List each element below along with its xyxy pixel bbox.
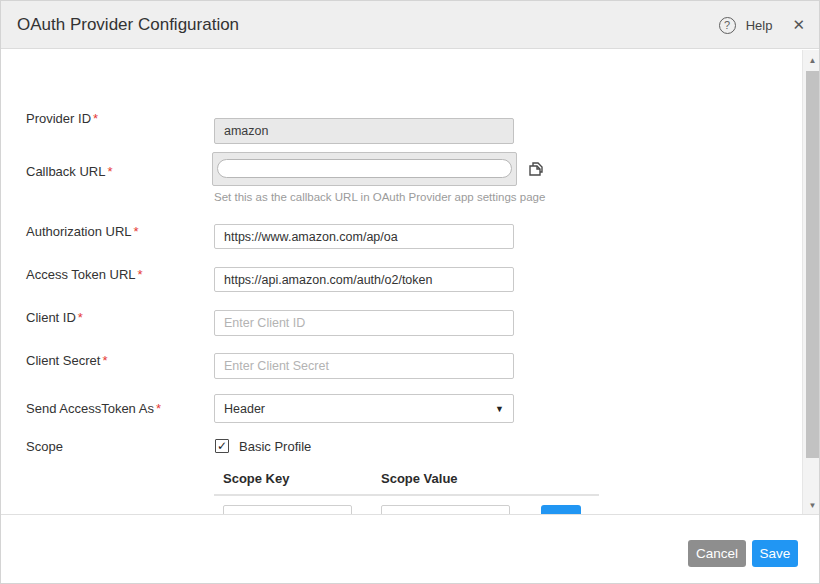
authorization-url-field[interactable] [214,224,514,249]
client-id-label: Client ID* [26,310,83,325]
required-asterisk: * [107,164,112,179]
scroll-up-icon[interactable]: ▲ [803,56,820,65]
required-asterisk: * [93,111,98,126]
provider-id-field[interactable] [214,118,514,144]
client-secret-label: Client Secret* [26,353,107,368]
copy-icon[interactable] [524,161,546,183]
chevron-down-icon: ▼ [495,404,504,414]
access-token-url-field[interactable] [214,267,514,292]
dialog-footer: Cancel Save [1,514,819,584]
scope-key-header: Scope Key [223,471,289,486]
send-accesstoken-as-label: Send AccessToken As* [26,401,161,416]
scroll-down-icon[interactable]: ▼ [803,501,820,510]
scope-table-divider [214,494,599,496]
required-asterisk: * [102,353,107,368]
page-title: OAuth Provider Configuration [17,15,239,35]
vertical-scrollbar[interactable]: ▲ ▼ [802,50,820,514]
required-asterisk: * [134,224,139,239]
close-icon[interactable]: ✕ [792,16,805,34]
scope-label: Scope [26,439,63,454]
basic-profile-checkbox[interactable]: ✓ [215,439,229,453]
scope-value-header: Scope Value [381,471,458,486]
required-asterisk: * [156,401,161,416]
provider-id-label: Provider ID* [26,111,98,126]
basic-profile-checkbox-label: Basic Profile [239,439,311,454]
send-accesstoken-as-select[interactable]: Header ▼ [214,394,514,423]
scrollbar-thumb[interactable] [806,71,819,458]
selected-option-label: Header [224,402,265,416]
authorization-url-label: Authorization URL* [26,224,139,239]
help-link[interactable]: Help [746,18,773,33]
required-asterisk: * [138,267,143,282]
cancel-button[interactable]: Cancel [688,540,746,567]
callback-url-field[interactable] [212,152,517,186]
redaction-scribble [217,159,512,178]
client-id-field[interactable] [214,310,514,336]
callback-url-helper-text: Set this as the callback URL in OAuth Pr… [214,191,545,203]
oauth-provider-config-dialog: OAuth Provider Configuration ? Help ✕ Pr… [0,0,820,584]
client-secret-field[interactable] [214,353,514,379]
save-button[interactable]: Save [752,540,798,567]
callback-url-label: Callback URL* [26,164,113,179]
header-actions: ? Help ✕ [719,1,805,49]
dialog-header: OAuth Provider Configuration ? Help ✕ [1,1,819,49]
access-token-url-label: Access Token URL* [26,267,143,282]
dialog-body: Provider ID* Callback URL* Set this as t… [1,50,819,514]
help-icon[interactable]: ? [719,17,736,34]
required-asterisk: * [78,310,83,325]
